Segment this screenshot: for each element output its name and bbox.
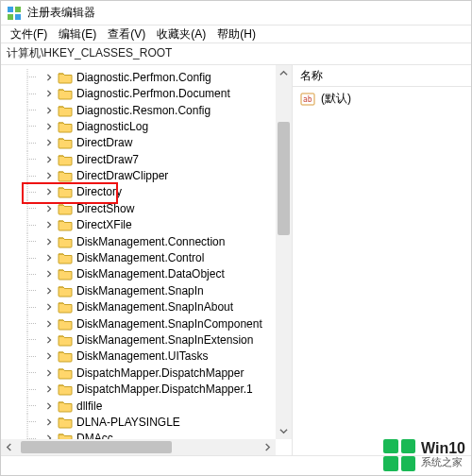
tree-item[interactable]: DirectShow [12,200,292,216]
scroll-thumb-horizontal[interactable] [21,441,172,453]
tree-item[interactable]: dllfile [12,398,292,414]
menu-favorites[interactable]: 收藏夹(A) [153,26,210,42]
tree-item[interactable]: DiskManagement.SnapInComponent [12,315,292,332]
tree-item-label: DispatchMapper.DispatchMapper [76,366,244,380]
tree-item-label: Directory [76,185,122,198]
tree-connector [24,184,41,200]
tree-connector [24,365,41,381]
folder-icon [58,120,73,133]
chevron-right-icon[interactable] [44,73,54,82]
tree-item[interactable]: DiskManagement.SnapIn [12,282,292,298]
tree-connector [24,315,41,332]
tree-item-label: Diagnostic.Resmon.Config [76,104,211,117]
menu-edit[interactable]: 编辑(E) [55,26,100,42]
tree-connector [24,86,41,102]
chevron-right-icon[interactable] [44,138,54,147]
tree-connector [24,69,41,85]
tree-item[interactable]: DiskManagement.SnapInAbout [12,299,292,315]
svg-rect-0 [8,7,13,12]
chevron-right-icon[interactable] [44,319,54,329]
tree-item-label: DiskManagement.SnapIn [76,284,204,298]
tree-item-label: DiskManagement.DataObject [76,267,225,280]
chevron-right-icon[interactable] [44,220,54,230]
tree-item[interactable]: DirectXFile [12,217,292,233]
tree-item-label: DiskManagement.Connection [76,235,225,248]
folder-icon [58,218,73,231]
tree-item[interactable]: DirectDrawClipper [12,167,292,183]
folder-icon [58,400,73,413]
tree-connector [24,151,41,167]
chevron-right-icon[interactable] [44,368,54,378]
scroll-left-button[interactable] [1,439,17,455]
svg-text:ab: ab [303,95,312,104]
regedit-window: 注册表编辑器 文件(F) 编辑(E) 查看(V) 收藏夹(A) 帮助(H) 计算… [0,0,472,476]
chevron-right-icon[interactable] [44,204,54,213]
scroll-up-button[interactable] [276,65,292,81]
folder-icon [58,349,73,363]
chevron-right-icon[interactable] [44,155,54,164]
tree-item[interactable]: Diagnostic.Perfmon.Document [12,85,292,101]
tree-item[interactable]: DiskManagement.SnapInExtension [12,332,292,348]
tree-item[interactable]: DispatchMapper.DispatchMapper.1 [12,381,292,397]
scroll-right-button[interactable] [260,439,276,455]
tree-item[interactable]: DLNA-PLAYSINGLE [12,414,292,430]
chevron-right-icon[interactable] [44,171,54,180]
chevron-right-icon[interactable] [44,351,54,361]
tree-item-label: DiagnosticLog [76,120,148,133]
tree-item[interactable]: DiskManagement.Control [12,249,292,265]
chevron-right-icon[interactable] [44,302,54,312]
statusbar: Win10 系统之家 [1,455,471,475]
tree-vertical-scrollbar[interactable] [276,65,292,439]
reg-string-icon: ab [300,92,315,107]
path-bar[interactable]: 计算机\HKEY_CLASSES_ROOT [1,43,471,65]
tree-pane: Diagnostic.Perfmon.ConfigDiagnostic.Perf… [1,65,293,455]
tree-connector [24,414,41,430]
tree-connector [24,250,41,266]
tree-item[interactable]: DirectDraw7 [12,151,292,167]
chevron-right-icon[interactable] [44,253,54,263]
folder-icon [58,416,73,429]
chevron-right-icon[interactable] [44,237,54,246]
tree-item[interactable]: DirectDraw [12,135,292,151]
tree-item-label: DLNA-PLAYSINGLE [76,416,180,429]
tree-item[interactable]: DiskManagement.Connection [12,233,292,249]
chevron-right-icon[interactable] [44,106,54,115]
chevron-right-icon[interactable] [44,122,54,131]
tree-item[interactable]: DiskManagement.UITasks [12,348,292,365]
menu-view[interactable]: 查看(V) [104,26,149,42]
folder-icon [58,169,73,182]
tree-item[interactable]: DiskManagement.DataObject [12,266,292,282]
menu-help[interactable]: 帮助(H) [213,26,260,42]
registry-tree[interactable]: Diagnostic.Perfmon.ConfigDiagnostic.Perf… [1,65,292,455]
tree-item[interactable]: Directory [12,184,292,200]
tree-item[interactable]: DispatchMapper.DispatchMapper [12,365,292,381]
chevron-right-icon[interactable] [44,89,54,98]
folder-icon [58,71,73,84]
chevron-right-icon[interactable] [44,401,54,411]
values-header-name[interactable]: 名称 [293,65,471,87]
app-title: 注册表编辑器 [27,5,95,21]
chevron-right-icon[interactable] [44,335,54,345]
chevron-right-icon[interactable] [44,384,54,394]
menu-file[interactable]: 文件(F) [7,26,51,42]
chevron-right-icon[interactable] [44,187,54,196]
tree-item[interactable]: DiagnosticLog [12,118,292,134]
scroll-down-button[interactable] [276,423,292,439]
scroll-thumb-vertical[interactable] [278,122,290,235]
value-row-default[interactable]: ab (默认) [293,87,471,110]
chevron-right-icon[interactable] [44,286,54,296]
tree-item-label: DirectDraw7 [76,153,139,166]
folder-icon [58,300,73,314]
tree-item[interactable]: Diagnostic.Perfmon.Config [12,69,292,85]
tree-item-label: DirectDraw [76,136,132,149]
tree-connector [24,382,41,398]
tree-scroll: Diagnostic.Perfmon.ConfigDiagnostic.Perf… [1,65,292,455]
folder-icon [58,235,73,248]
tree-horizontal-scrollbar[interactable] [1,439,276,455]
tree-item[interactable]: Diagnostic.Resmon.Config [12,102,292,118]
chevron-right-icon[interactable] [44,417,54,427]
watermark-site: 系统之家 [421,456,465,468]
chevron-right-icon[interactable] [44,269,54,279]
svg-rect-2 [8,14,13,20]
folder-icon [58,251,73,264]
